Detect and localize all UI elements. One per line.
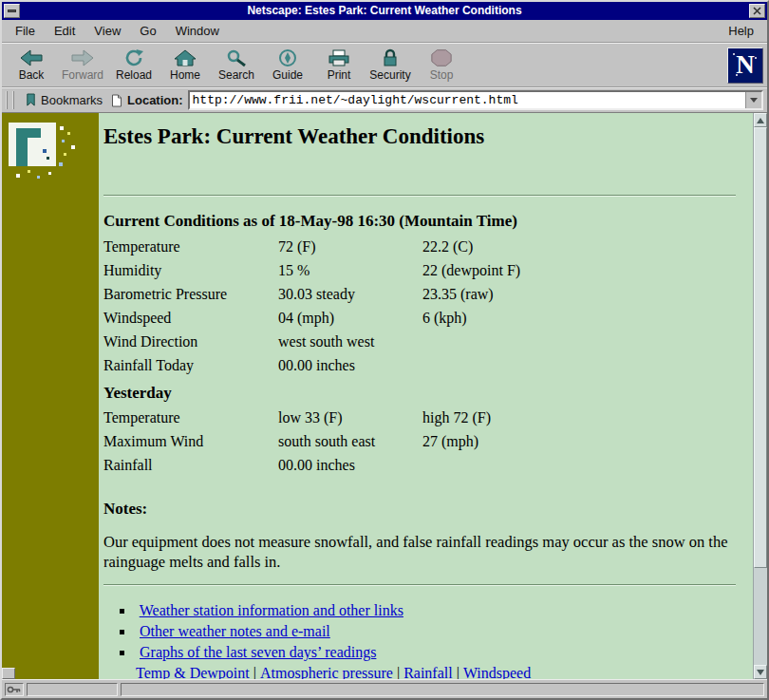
list-item: Weather station information and other li… bbox=[120, 600, 736, 621]
chevron-down-icon bbox=[750, 98, 758, 103]
current-conditions-heading: Current Conditions as of 18-May-98 16:30… bbox=[103, 212, 736, 231]
bookmark-icon bbox=[25, 93, 37, 107]
security-key-icon bbox=[7, 685, 22, 694]
guide-compass-icon bbox=[276, 48, 299, 67]
reload-icon bbox=[122, 48, 145, 67]
weather-row-value: 27 (mph) bbox=[422, 429, 736, 453]
status-bar bbox=[2, 679, 767, 698]
url-input[interactable] bbox=[190, 92, 745, 108]
links-list: Weather station information and other li… bbox=[103, 600, 736, 679]
link-weather-station-info[interactable]: Weather station information and other li… bbox=[140, 602, 403, 618]
vertical-scrollbar[interactable] bbox=[753, 113, 767, 679]
weather-row-label: Humidity bbox=[103, 258, 278, 282]
window-menu-button[interactable] bbox=[4, 4, 20, 18]
list-item: Graphs of the last seven days’ readings bbox=[120, 642, 736, 663]
notes-heading: Notes: bbox=[103, 500, 736, 519]
title-bar: Netscape: Estes Park: Current Weather Co… bbox=[2, 2, 767, 20]
weather-row-value bbox=[422, 453, 736, 477]
security-status-box[interactable] bbox=[5, 683, 24, 696]
weather-row-value: 22 (dewpoint F) bbox=[422, 258, 736, 282]
weather-row-label: Rainfall Today bbox=[103, 353, 278, 377]
weather-row-value: 30.03 steady bbox=[278, 282, 422, 306]
scroll-down-button[interactable] bbox=[754, 665, 767, 679]
forward-button[interactable]: Forward bbox=[57, 45, 108, 85]
stop-button[interactable]: Stop bbox=[416, 45, 467, 85]
page-title: Estes Park: Current Weather Conditions bbox=[103, 124, 736, 149]
scrollbar-track[interactable] bbox=[754, 127, 767, 665]
weather-row-value: 00.00 inches bbox=[278, 353, 422, 377]
reload-button[interactable]: Reload bbox=[108, 45, 159, 85]
bookmarks-label: Bookmarks bbox=[41, 93, 103, 107]
menu-window[interactable]: Window bbox=[166, 22, 229, 40]
padlock-icon bbox=[378, 48, 403, 67]
menu-go[interactable]: Go bbox=[130, 22, 165, 40]
arrow-down-icon bbox=[757, 670, 764, 675]
netscape-logo[interactable]: N bbox=[727, 47, 763, 84]
weather-row-value bbox=[422, 353, 736, 377]
weather-row-value: low 33 (F) bbox=[278, 406, 422, 429]
link-atmospheric-pressure[interactable]: Atmospheric pressure bbox=[260, 665, 393, 679]
netscape-logo-letter: N bbox=[736, 50, 755, 80]
weather-row-value: 23.35 (raw) bbox=[422, 282, 736, 306]
weather-row-value: 6 (kph) bbox=[422, 306, 736, 330]
weather-row-value: high 72 (F) bbox=[422, 406, 736, 429]
weather-row-value bbox=[422, 330, 736, 353]
weather-row-label: Temperature bbox=[103, 235, 278, 258]
navigation-toolbar: Back Forward Reload H bbox=[2, 43, 767, 87]
bookmarks-button[interactable]: Bookmarks bbox=[21, 92, 106, 108]
stop-sign-icon bbox=[430, 48, 453, 67]
window-title: Netscape: Estes Park: Current Weather Co… bbox=[2, 2, 767, 20]
web-page: Estes Park: Current Weather Conditions C… bbox=[2, 113, 753, 679]
weather-row-value: south south east bbox=[278, 429, 422, 453]
page-proxy-icon[interactable] bbox=[111, 94, 122, 107]
weather-row-value: 04 (mph) bbox=[278, 306, 422, 330]
page-left-band bbox=[2, 113, 99, 679]
toolbar-grip[interactable] bbox=[6, 91, 14, 109]
netscape-browser-window: Netscape: Estes Park: Current Weather Co… bbox=[0, 0, 769, 700]
menu-file[interactable]: File bbox=[6, 22, 45, 40]
search-icon bbox=[225, 48, 248, 67]
guide-button[interactable]: Guide bbox=[262, 45, 313, 85]
menu-help[interactable]: Help bbox=[719, 22, 763, 40]
url-dropdown-button[interactable] bbox=[745, 92, 761, 108]
home-button[interactable]: Home bbox=[159, 45, 211, 85]
weather-row-label: Maximum Wind bbox=[103, 429, 278, 453]
weather-row-value: 15 % bbox=[278, 258, 422, 282]
scroll-up-button[interactable] bbox=[754, 113, 767, 127]
arrow-up-icon bbox=[757, 118, 764, 123]
list-item: Other weather notes and e-mail bbox=[120, 621, 736, 642]
graph-links-row: Temp & Dewpoint|Atmospheric pressure|Rai… bbox=[120, 663, 736, 679]
divider bbox=[103, 584, 736, 586]
site-logo bbox=[5, 121, 96, 183]
browser-viewport: Estes Park: Current Weather Conditions C… bbox=[2, 113, 767, 679]
link-rainfall[interactable]: Rainfall bbox=[403, 665, 453, 679]
weather-row-value: 00.00 inches bbox=[278, 453, 422, 477]
weather-row-value: west south west bbox=[278, 330, 422, 353]
separator: | bbox=[397, 665, 400, 679]
weather-row-label: Wind Direction bbox=[103, 330, 278, 353]
menu-bar: File Edit View Go Window Help bbox=[2, 20, 767, 43]
yesterday-heading: Yesterday bbox=[103, 380, 736, 406]
progress-meter bbox=[27, 683, 118, 696]
weather-row-label: Barometric Pressure bbox=[103, 282, 278, 306]
weather-row-label: Temperature bbox=[103, 406, 278, 429]
window-close-button[interactable] bbox=[749, 4, 765, 18]
link-graphs-seven-days[interactable]: Graphs of the last seven days’ readings bbox=[140, 644, 376, 660]
link-temp-dewpoint[interactable]: Temp & Dewpoint bbox=[136, 665, 250, 679]
scrollbar-thumb[interactable] bbox=[754, 127, 767, 568]
menu-view[interactable]: View bbox=[84, 22, 130, 40]
back-button[interactable]: Back bbox=[6, 45, 57, 85]
link-windspeed[interactable]: Windspeed bbox=[463, 665, 531, 679]
page-content: Estes Park: Current Weather Conditions C… bbox=[99, 113, 753, 679]
print-button[interactable]: Print bbox=[313, 45, 365, 85]
printer-icon bbox=[327, 48, 351, 67]
separator: | bbox=[457, 665, 460, 679]
security-button[interactable]: Security bbox=[365, 45, 416, 85]
divider bbox=[103, 195, 736, 197]
search-button[interactable]: Search bbox=[211, 45, 262, 85]
link-other-weather-notes[interactable]: Other weather notes and e-mail bbox=[140, 623, 330, 639]
notes-text: Our equipment does not measure snowfall,… bbox=[103, 532, 736, 572]
home-icon bbox=[173, 48, 197, 67]
menu-edit[interactable]: Edit bbox=[45, 22, 84, 40]
component-bar-tab[interactable] bbox=[2, 668, 15, 679]
